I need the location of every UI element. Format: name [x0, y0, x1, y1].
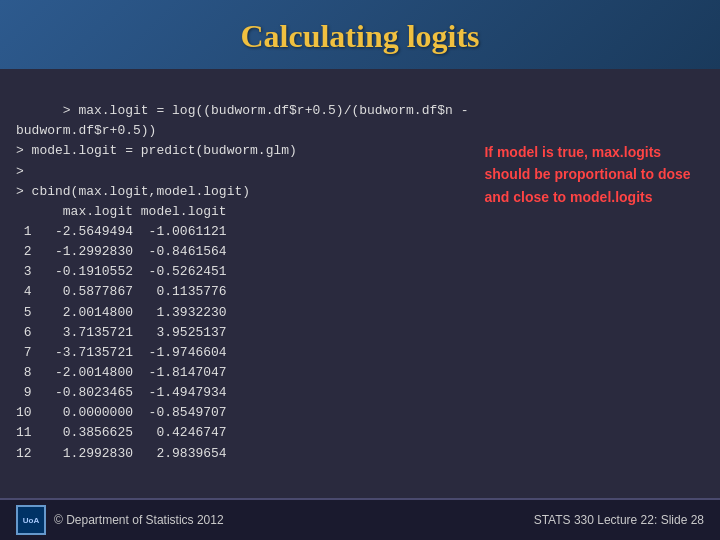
code-line-4: > [16, 164, 24, 179]
university-logo: UoA [16, 505, 46, 535]
code-line-13: 7 -3.7135721 -1.9746604 [16, 345, 227, 360]
content-area: > max.logit = log((budworm.df$r+0.5)/(bu… [0, 69, 720, 498]
annotation-text: If model is true, max.logits should be p… [484, 141, 690, 208]
code-line-1: > max.logit = log((budworm.df$r+0.5)/(bu… [63, 103, 469, 118]
code-line-3: > model.logit = predict(budworm.glm) [16, 143, 297, 158]
annotation-box: If model is true, max.logits should be p… [484, 81, 704, 486]
logo-text: UoA [23, 516, 39, 525]
code-line-12: 6 3.7135721 3.9525137 [16, 325, 227, 340]
code-line-15: 9 -0.8023465 -1.4947934 [16, 385, 227, 400]
slide: Calculating logits > max.logit = log((bu… [0, 0, 720, 540]
code-line-9: 3 -0.1910552 -0.5262451 [16, 264, 227, 279]
code-line-10: 4 0.5877867 0.1135776 [16, 284, 227, 299]
code-line-2: budworm.df$r+0.5)) [16, 123, 156, 138]
code-block: > max.logit = log((budworm.df$r+0.5)/(bu… [16, 81, 468, 486]
code-line-5: > cbind(max.logit,model.logit) [16, 184, 250, 199]
annotation-line1: If model is true, max.logits [484, 144, 661, 160]
footer: UoA © Department of Statistics 2012 STAT… [0, 498, 720, 540]
slide-title: Calculating logits [30, 18, 690, 55]
code-line-8: 2 -1.2992830 -0.8461564 [16, 244, 227, 259]
code-line-14: 8 -2.0014800 -1.8147047 [16, 365, 227, 380]
footer-department: © Department of Statistics 2012 [54, 513, 224, 527]
footer-left: UoA © Department of Statistics 2012 [16, 505, 224, 535]
annotation-line2: should be proportional to dose [484, 166, 690, 182]
code-line-16: 10 0.0000000 -0.8549707 [16, 405, 227, 420]
annotation-line3: and close to model.logits [484, 189, 652, 205]
code-line-6: max.logit model.logit [16, 204, 227, 219]
code-line-18: 12 1.2992830 2.9839654 [16, 446, 227, 461]
code-line-17: 11 0.3856625 0.4246747 [16, 425, 227, 440]
code-line-7: 1 -2.5649494 -1.0061121 [16, 224, 227, 239]
code-line-11: 5 2.0014800 1.3932230 [16, 305, 227, 320]
title-bar: Calculating logits [0, 0, 720, 69]
footer-slide-info: STATS 330 Lecture 22: Slide 28 [534, 513, 704, 527]
